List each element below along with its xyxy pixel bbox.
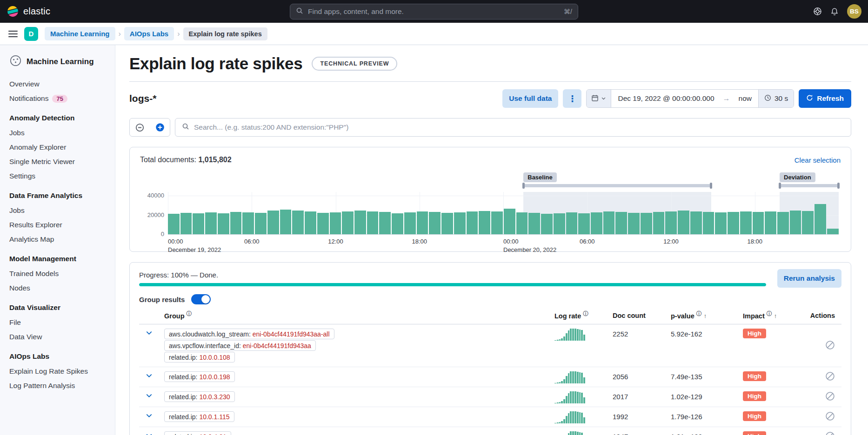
filter-action-button[interactable]: [825, 391, 835, 402]
kql-search-bar[interactable]: [175, 118, 851, 137]
row-expand-button[interactable]: [142, 389, 156, 403]
sparkline-bar: [563, 336, 565, 341]
field-value: eni-0b4cf44191fd943aa-all: [253, 330, 330, 338]
group-field-value-badge[interactable]: related.ip: 10.0.1.115: [164, 411, 234, 422]
column-label: Impact: [743, 312, 765, 320]
header-left: elastic: [7, 5, 290, 18]
rerun-analysis-button[interactable]: Rerun analysis: [777, 269, 841, 288]
deviation-brush-handle[interactable]: [780, 184, 839, 187]
sidebar-item-results-explorer[interactable]: Results Explorer: [9, 221, 108, 229]
user-avatar[interactable]: BS: [847, 4, 861, 19]
group-field-value-badge[interactable]: related.ip: 10.0.0.198: [164, 371, 235, 382]
expand-cell: [139, 367, 160, 383]
sidebar-item-trained-models[interactable]: Trained Models: [9, 270, 108, 278]
sidebar-item-anomaly-explorer[interactable]: Anomaly Explorer: [9, 143, 108, 152]
sparkline-bar: [570, 391, 572, 403]
menu-icon[interactable]: [8, 31, 18, 37]
actions-cell: [825, 431, 841, 435]
group-badge-line: aws.vpcflow.interface_id: eni-0b4cf44191…: [164, 340, 547, 351]
sidebar-item-single-metric-viewer[interactable]: Single Metric Viewer: [9, 158, 108, 166]
expand-column-header: [139, 308, 160, 316]
doc-count-bar: [827, 229, 839, 234]
sparkline-bar: [557, 340, 559, 341]
filter-action-button[interactable]: [825, 371, 835, 382]
actions-cell: [825, 411, 841, 422]
doc-count-column-header[interactable]: Doc count: [609, 308, 667, 323]
doc-count-bar: [218, 213, 229, 234]
refresh-button[interactable]: Refresh: [799, 89, 851, 108]
group-column-header[interactable]: Group ⓘ: [160, 308, 551, 324]
sample-size-options-button[interactable]: ⋮: [563, 89, 581, 108]
end-date-button[interactable]: now: [732, 90, 758, 107]
sidebar-item-settings[interactable]: Settings: [9, 172, 108, 180]
refresh-button-label: Refresh: [817, 94, 844, 103]
global-search-input[interactable]: [308, 7, 559, 16]
quick-select-date-button[interactable]: [587, 90, 611, 107]
field-name: related.ip:: [169, 433, 199, 435]
x-axis-tick-label: 12:00: [328, 237, 343, 246]
sidebar-item-notifications[interactable]: Notifications75: [9, 94, 108, 103]
baseline-brush-handle[interactable]: [523, 184, 711, 187]
sidebar-item-jobs[interactable]: Jobs: [9, 206, 108, 215]
breadcrumb-aiops-labs[interactable]: AIOps Labs: [124, 27, 174, 40]
row-expand-button[interactable]: [142, 409, 156, 423]
doc-count-bar: [230, 212, 242, 234]
sparkline-bar: [561, 421, 563, 423]
sidebar-item-analytics-map[interactable]: Analytics Map: [9, 235, 108, 244]
group-field-value-badge[interactable]: aws.cloudwatch.log_stream: eni-0b4cf4419…: [164, 329, 334, 339]
info-icon: ⓘ: [767, 310, 772, 318]
space-badge[interactable]: D: [24, 27, 38, 41]
sidebar-item-nodes[interactable]: Nodes: [9, 284, 108, 292]
progress-bar: [139, 283, 766, 286]
results-table-body: aws.cloudwatch.log_stream: eni-0b4cf4419…: [139, 324, 841, 435]
doc-count-bar: [429, 212, 441, 234]
circle-slash-icon: [825, 376, 835, 382]
filter-action-button[interactable]: [825, 431, 835, 435]
sidebar-item-overview[interactable]: Overview: [9, 80, 108, 88]
group-field-value-badge[interactable]: related.ip: 10.0.0.108: [164, 352, 235, 362]
start-date-button[interactable]: Dec 19, 2022 @ 00:00:00.000: [611, 90, 721, 107]
sidebar-item-file[interactable]: File: [9, 318, 108, 327]
doc-count-bar: [703, 212, 714, 234]
global-search-bar[interactable]: ⌘/: [290, 4, 578, 20]
group-field-value-badge[interactable]: related.ip: 10.0.3.230: [164, 391, 235, 402]
sparkline-bar: [572, 411, 574, 423]
filter-action-button[interactable]: [825, 340, 835, 351]
doc-count-bar: [790, 211, 801, 234]
sparkline-bar: [559, 339, 561, 341]
progress-label: Progress: 100% — Done.: [139, 271, 766, 279]
breadcrumb-machine-learning[interactable]: Machine Learning: [45, 27, 115, 40]
y-axis-label: 0: [141, 231, 164, 237]
group-field-value-badge[interactable]: related.ip: 10.0.4.81: [164, 431, 231, 435]
chevron-down-icon: [146, 392, 153, 401]
sidebar-item-jobs[interactable]: Jobs: [9, 129, 108, 137]
row-expand-button[interactable]: [142, 429, 156, 435]
row-expand-button[interactable]: [142, 327, 156, 341]
plus-in-circle-filled-icon[interactable]: [150, 119, 170, 136]
support-icon[interactable]: [813, 7, 822, 16]
expand-cell: [139, 407, 160, 423]
group-results-toggle[interactable]: [191, 294, 211, 304]
impact-column-header[interactable]: Impact ⓘ ↑: [739, 308, 797, 324]
sidebar-item-log-pattern-analysis[interactable]: Log Pattern Analysis: [9, 382, 108, 390]
row-expand-button[interactable]: [142, 369, 156, 383]
minus-in-circle-icon[interactable]: [130, 119, 150, 136]
sidebar-item-data-view[interactable]: Data View: [9, 333, 108, 341]
clear-selection-link[interactable]: Clear selection: [795, 156, 841, 164]
use-full-data-button[interactable]: Use full data: [502, 89, 558, 108]
doc-count-bar: [504, 209, 515, 234]
alerts-bell-icon[interactable]: [830, 7, 839, 16]
doc-count-bar: [690, 211, 702, 234]
sidebar-item-explain-log-rate-spikes[interactable]: Explain Log Rate Spikes: [9, 367, 108, 376]
kql-search-input[interactable]: [194, 123, 844, 132]
sidebar-section-data-frame-analytics: Data Frame Analytics: [9, 191, 108, 200]
elastic-logo-icon[interactable]: [7, 5, 19, 18]
group-field-value-badge[interactable]: aws.vpcflow.interface_id: eni-0b4cf44191…: [164, 340, 316, 351]
field-name: related.ip:: [169, 373, 199, 381]
p-value-column-header[interactable]: p-value ⓘ ↑: [667, 308, 739, 324]
log-rate-column-header[interactable]: Log rate ⓘ: [551, 308, 609, 324]
doc-count-chart-plot[interactable]: 0200004000000:00December 19, 202206:0012…: [168, 192, 839, 235]
refresh-interval-button[interactable]: 30 s: [758, 90, 794, 107]
filter-action-button[interactable]: [825, 411, 835, 422]
sparkline-bar: [577, 432, 579, 435]
